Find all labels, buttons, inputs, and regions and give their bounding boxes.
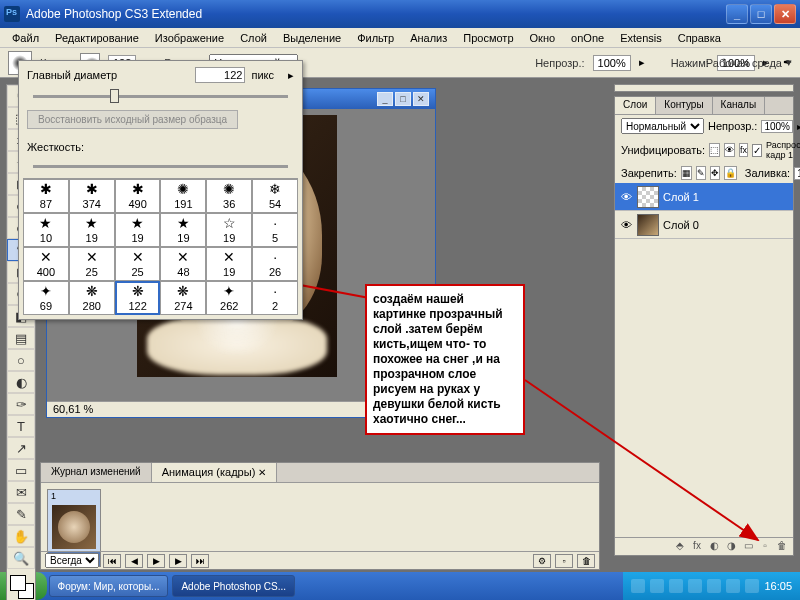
tray-icon[interactable] — [688, 579, 702, 593]
menu-Выделение[interactable]: Выделение — [277, 30, 347, 46]
tray-icon[interactable] — [669, 579, 683, 593]
type-tool[interactable]: T — [7, 415, 35, 437]
doc-maximize-button[interactable]: □ — [395, 92, 411, 106]
doc-close-button[interactable]: ✕ — [413, 92, 429, 106]
brush-preset[interactable]: ✕400 — [23, 247, 69, 281]
brush-preset[interactable]: ✕19 — [206, 247, 252, 281]
last-frame-button[interactable]: ⏭ — [191, 554, 209, 568]
taskbar-task[interactable]: Форум: Мир, которы... — [49, 575, 169, 597]
layer-thumb[interactable] — [637, 214, 659, 236]
menu-Фильтр[interactable]: Фильтр — [351, 30, 400, 46]
menu-Справка[interactable]: Справка — [672, 30, 727, 46]
tab-paths[interactable]: Контуры — [656, 97, 712, 114]
path-tool[interactable]: ↗ — [7, 437, 35, 459]
delete-frame-button[interactable]: 🗑 — [577, 554, 595, 568]
blur-tool[interactable]: ○ — [7, 349, 35, 371]
hand-tool[interactable]: ✋ — [7, 525, 35, 547]
brush-preset[interactable]: ★19 — [115, 213, 161, 247]
brush-preset[interactable]: ✱490 — [115, 179, 161, 213]
menu-Extensis[interactable]: Extensis — [614, 30, 668, 46]
brush-preset[interactable]: ✱374 — [69, 179, 115, 213]
prev-frame-button[interactable]: ◀ — [125, 554, 143, 568]
color-swatches[interactable] — [7, 573, 35, 600]
tray-icon[interactable] — [726, 579, 740, 593]
diameter-slider[interactable] — [33, 95, 288, 98]
layer-name[interactable]: Слой 0 — [663, 219, 699, 231]
tray-icon[interactable] — [707, 579, 721, 593]
system-tray[interactable]: 16:05 — [623, 572, 800, 600]
maximize-button[interactable]: □ — [750, 4, 772, 24]
new-frame-button[interactable]: ▫ — [555, 554, 573, 568]
brush-preset[interactable]: ★10 — [23, 213, 69, 247]
notes-tool[interactable]: ✉ — [7, 481, 35, 503]
tray-icon[interactable] — [631, 579, 645, 593]
propagate-checkbox[interactable] — [752, 144, 762, 157]
first-frame-button[interactable]: ⏮ — [103, 554, 121, 568]
hardness-slider[interactable] — [33, 165, 288, 168]
menu-Просмотр[interactable]: Просмотр — [457, 30, 519, 46]
doc-minimize-button[interactable]: _ — [377, 92, 393, 106]
layer-fill-value[interactable]: 100% — [794, 167, 800, 180]
delete-layer-icon[interactable]: 🗑 — [775, 540, 789, 554]
layer-name[interactable]: Слой 1 — [663, 191, 699, 203]
tween-button[interactable]: ⚙ — [533, 554, 551, 568]
menu-onOne[interactable]: onOne — [565, 30, 610, 46]
lock-all-icon[interactable]: 🔒 — [724, 166, 737, 180]
diameter-input[interactable] — [195, 67, 245, 83]
shape-tool[interactable]: ▭ — [7, 459, 35, 481]
lock-move-icon[interactable]: ✥ — [710, 166, 720, 180]
visibility-icon[interactable]: 👁 — [619, 191, 633, 203]
dodge-tool[interactable]: ◐ — [7, 371, 35, 393]
visibility-icon[interactable]: 👁 — [619, 219, 633, 231]
brush-preset[interactable]: ✺191 — [160, 179, 206, 213]
brush-preset[interactable]: ❋122 — [115, 281, 161, 315]
layer-thumb[interactable] — [637, 186, 659, 208]
tray-icon[interactable] — [650, 579, 664, 593]
restore-sample-button[interactable]: Восстановить исходный размер образца — [27, 110, 238, 129]
eyedrop-tool[interactable]: ✎ — [7, 503, 35, 525]
play-button[interactable]: ▶ — [147, 554, 165, 568]
brush-preset[interactable]: ·2 — [252, 281, 298, 315]
next-frame-button[interactable]: ▶ — [169, 554, 187, 568]
menu-Слой[interactable]: Слой — [234, 30, 273, 46]
tab-animation[interactable]: Анимация (кадры) ✕ — [152, 463, 277, 482]
tray-icon[interactable] — [745, 579, 759, 593]
brush-preset[interactable]: ✕25 — [115, 247, 161, 281]
zoom-level[interactable]: 60,61 % — [53, 403, 93, 415]
opacity-value[interactable]: 100% — [593, 55, 631, 71]
loop-select[interactable]: Всегда — [45, 553, 99, 568]
zoom-tool[interactable]: 🔍 — [7, 547, 35, 569]
layer-fx-icon[interactable]: fx — [690, 540, 704, 554]
menu-Окно[interactable]: Окно — [524, 30, 562, 46]
brush-preset[interactable]: ★19 — [160, 213, 206, 247]
menu-Изображение[interactable]: Изображение — [149, 30, 230, 46]
taskbar-task[interactable]: Adobe Photoshop CS... — [172, 575, 295, 597]
link-layers-icon[interactable]: ⬘ — [673, 540, 687, 554]
brush-preset[interactable]: ❋280 — [69, 281, 115, 315]
brush-preset[interactable]: ✺36 — [206, 179, 252, 213]
brush-preset[interactable]: ✦69 — [23, 281, 69, 315]
minimize-button[interactable]: _ — [726, 4, 748, 24]
brush-preset[interactable]: ·26 — [252, 247, 298, 281]
layer-mask-icon[interactable]: ◐ — [707, 540, 721, 554]
brush-preset[interactable]: ❄54 — [252, 179, 298, 213]
layer-opacity-value[interactable]: 100% — [761, 120, 793, 133]
unify-vis-icon[interactable]: 👁 — [724, 143, 735, 157]
gradient-tool[interactable]: ▤ — [7, 327, 35, 349]
tab-layers[interactable]: Слои — [615, 97, 656, 114]
lock-trans-icon[interactable]: ▦ — [681, 166, 692, 180]
brush-preset[interactable]: ★19 — [69, 213, 115, 247]
menu-Анализ[interactable]: Анализ — [404, 30, 453, 46]
new-layer-icon[interactable]: ▫ — [758, 540, 772, 554]
workspace-switcher[interactable]: Рабочая среда▾ — [706, 56, 792, 69]
unify-style-icon[interactable]: fx — [739, 143, 748, 157]
brush-preset[interactable]: ❋274 — [160, 281, 206, 315]
lock-paint-icon[interactable]: ✎ — [696, 166, 706, 180]
brush-preset[interactable]: ✕48 — [160, 247, 206, 281]
close-button[interactable]: ✕ — [774, 4, 796, 24]
menu-Файл[interactable]: Файл — [6, 30, 45, 46]
brush-preset[interactable]: ✦262 — [206, 281, 252, 315]
adjustment-layer-icon[interactable]: ◑ — [724, 540, 738, 554]
brush-preset[interactable]: ✕25 — [69, 247, 115, 281]
pen-tool[interactable]: ✑ — [7, 393, 35, 415]
